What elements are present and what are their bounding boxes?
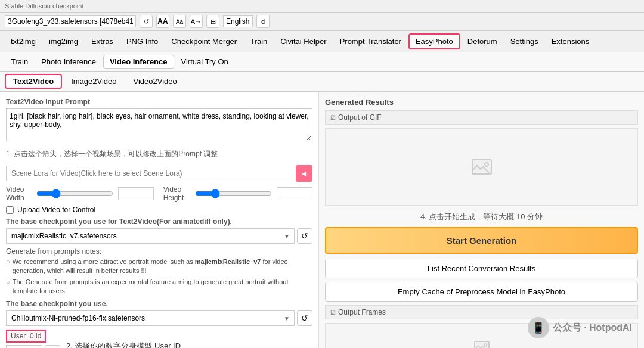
base-checkpoint-wrapper: majicmixRealistic_v7.safetensors [6,228,295,244]
nav-train[interactable]: Train [244,33,273,49]
main-nav: txt2img img2img Extras PNG Info Checkpoi… [0,31,644,52]
nav-extras[interactable]: Extras [85,33,119,49]
userid-select-row: none ↺ [6,345,60,348]
svg-point-3 [484,344,487,346]
nav-txt2img[interactable]: txt2img [5,33,42,49]
font-small-icon[interactable]: Aa [173,15,186,28]
nav-settings[interactable]: Settings [504,33,544,49]
note2-text: The Generate from prompts is an experime… [13,278,312,296]
output-frames-checkbox-icon: ☑ [330,309,336,316]
output-gif-label: Output of GIF [338,113,382,122]
nav-deforum[interactable]: Deforum [462,33,503,49]
tab-video2video[interactable]: Video2Video [126,74,185,89]
note1: ○ We recommend using a more attractive p… [6,257,312,276]
upload-checkbox-label: Upload Video for Control [17,206,95,214]
subnav-photo-inference[interactable]: Photo Inference [35,55,102,69]
base-checkpoint-label: The base checkpoint you use for Text2Vid… [6,218,312,226]
prompt-textarea[interactable] [6,108,312,141]
userid-select[interactable]: none [6,345,42,348]
upload-checkbox[interactable] [6,206,14,214]
checkpoint-select[interactable]: 3Guofeng3_v33.safetensors [4078eb4174] [5,15,136,27]
video-width-label: Video Width [6,185,32,202]
font-size-icon[interactable]: AA [156,15,169,28]
notes-title: Generate from prompts notes: [6,247,312,256]
video-width-slider[interactable] [36,189,113,198]
base-checkpoint-refresh[interactable]: ↺ [297,228,312,244]
svg-point-1 [485,163,488,166]
video-width-input[interactable]: 512 [118,187,154,200]
annotation4: 4. 点击开始生成，等待大概 10 分钟 [325,212,638,222]
output-frames-label: Output Frames [338,308,386,316]
nav-civitai[interactable]: Civitai Helper [274,33,332,49]
tab-bar: Text2Video Image2Video Video2Video [0,72,644,92]
upload-checkbox-row: Upload Video for Control [6,206,312,214]
scene-lora-arrow-btn[interactable]: ◄ [296,165,312,182]
base-checkpoint-select[interactable]: majicmixRealistic_v7.safetensors [6,228,295,244]
scene-lora-input[interactable] [6,166,293,181]
base-checkpoint2-row: Chilloutmix-Ni-pruned-fp16-fix.safetenso… [6,310,312,326]
nav-png-info[interactable]: PNG Info [120,33,164,49]
notes-section: Generate from prompts notes: ○ We recomm… [6,247,312,296]
empty-cache-button[interactable]: Empty Cache of Preprocess Model in EasyP… [325,282,638,302]
base-checkpoint2-refresh[interactable]: ↺ [297,310,312,326]
video-height-label: Video Height [163,185,190,202]
userid-label: User_0 id [6,330,46,343]
watermark-icon: 📱 [528,317,549,338]
refresh-checkpoint-icon[interactable]: ↺ [140,15,153,28]
output-gif-checkbox-icon: ☑ [330,114,336,121]
base-checkpoint2-wrapper: Chilloutmix-Ni-pruned-fp16-fix.safetenso… [6,310,295,326]
annotation1: 1. 点击这个箭头，选择一个视频场景，可以修改上面的Prompt 调整 [6,147,312,161]
window-title: Stable Diffusion checkpoint [5,2,84,10]
base-checkpoint-row: majicmixRealistic_v7.safetensors ↺ [6,228,312,244]
checkpoint-bar: 3Guofeng3_v33.safetensors [4078eb4174] ↺… [0,13,644,31]
start-generation-button[interactable]: Start Generation [325,227,638,254]
watermark: 📱 公众号 · HotpodAI [528,317,632,338]
left-panel: Text2Video Input Prompt 1. 点击这个箭头，选择一个视频… [0,92,319,348]
subnav-train[interactable]: Train [5,55,34,69]
tab-image2video[interactable]: Image2Video [63,74,124,89]
top-bar: Stable Diffusion checkpoint [0,0,644,13]
userid-refresh[interactable]: ↺ [45,345,60,348]
nav-extensions[interactable]: Extensions [546,33,596,49]
base-checkpoint2-select[interactable]: Chilloutmix-Ni-pruned-fp16-fix.safetenso… [6,310,295,326]
image-placeholder-top [325,128,638,206]
list-recent-button[interactable]: List Recent Conversion Results [325,259,638,278]
tab-text2video[interactable]: Text2Video [5,74,62,89]
sub-nav: Train Photo Inference Video Inference Vi… [0,52,644,72]
userid-row: User_0 id none ↺ 2. 选择你的数字分身模型 User ID [6,330,312,348]
subnav-video-inference[interactable]: Video Inference [103,55,174,69]
annotation2: 2. 选择你的数字分身模型 User ID [66,338,181,348]
nav-img2img[interactable]: img2img [43,33,84,49]
content-area: Text2Video Input Prompt 1. 点击这个箭头，选择一个视频… [0,92,644,348]
right-panel: Generated Results ☑ Output of GIF 4. 点击开… [319,92,644,348]
extra-icon[interactable]: d [256,15,270,28]
subnav-virtual-try-on[interactable]: Virtual Try On [175,55,234,69]
video-height-slider[interactable] [195,189,272,198]
nav-checkpoint-merger[interactable]: Checkpoint Merger [165,33,243,49]
nav-easyphoto[interactable]: EasyPhoto [408,33,460,49]
pin-icon[interactable]: ⊞ [206,15,219,28]
dimension-row: Video Width 512 Video Height 512 [6,185,312,202]
nav-prompt-translator[interactable]: Prompt Translator [334,33,407,49]
video-height-input[interactable]: 512 [277,187,312,200]
note2: ○ The Generate from prompts is an experi… [6,278,312,296]
base-checkpoint2-label: The base checkpoint you use. [6,300,312,308]
language-select[interactable]: English [223,15,253,27]
scene-lora-row: ◄ [6,165,312,182]
results-title: Generated Results [325,98,638,107]
output-gif-bar: ☑ Output of GIF [325,110,638,125]
userid-section: User_0 id none ↺ [6,330,60,348]
note1-prefix: We recommend using a more attractive por… [13,258,195,265]
text-icon[interactable]: A↔ [190,15,203,28]
userid-wrapper: none [6,345,42,348]
prompt-section-title: Text2Video Input Prompt [6,98,312,106]
note1-bold: majicmixRealistic_v7 [195,258,261,265]
watermark-text: 公众号 · HotpodAI [553,322,632,334]
